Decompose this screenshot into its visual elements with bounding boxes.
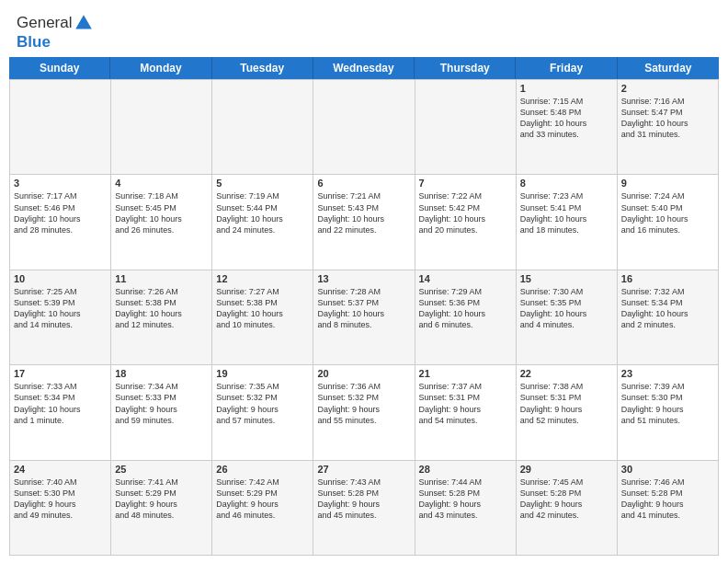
day-info: Sunrise: 7:39 AM Sunset: 5:30 PM Dayligh… — [621, 381, 714, 426]
day-cell-17: 17Sunrise: 7:33 AM Sunset: 5:34 PM Dayli… — [10, 365, 111, 459]
day-cell-1: 1Sunrise: 7:15 AM Sunset: 5:48 PM Daylig… — [517, 80, 618, 174]
day-info: Sunrise: 7:16 AM Sunset: 5:47 PM Dayligh… — [621, 96, 714, 141]
empty-cell-0-4 — [415, 80, 517, 174]
day-info: Sunrise: 7:36 AM Sunset: 5:32 PM Dayligh… — [317, 381, 410, 426]
empty-cell-0-3 — [313, 80, 415, 174]
logo-triangle-icon — [74, 13, 94, 33]
day-info: Sunrise: 7:22 AM Sunset: 5:42 PM Dayligh… — [419, 190, 512, 236]
day-number: 20 — [317, 368, 410, 379]
day-cell-20: 20Sunrise: 7:36 AM Sunset: 5:32 PM Dayli… — [313, 365, 415, 459]
logo: General Blue — [17, 13, 96, 52]
calendar: SundayMondayTuesdayWednesdayThursdayFrid… — [0, 57, 728, 563]
day-cell-8: 8Sunrise: 7:23 AM Sunset: 5:41 PM Daylig… — [517, 175, 618, 269]
calendar-row-2: 10Sunrise: 7:25 AM Sunset: 5:39 PM Dayli… — [9, 270, 719, 364]
day-cell-14: 14Sunrise: 7:29 AM Sunset: 5:36 PM Dayli… — [415, 270, 517, 364]
day-number: 1 — [520, 83, 613, 94]
calendar-row-4: 24Sunrise: 7:40 AM Sunset: 5:30 PM Dayli… — [9, 460, 719, 556]
empty-cell-0-0 — [10, 80, 111, 174]
day-number: 7 — [419, 178, 512, 189]
day-info: Sunrise: 7:26 AM Sunset: 5:38 PM Dayligh… — [115, 286, 208, 331]
day-info: Sunrise: 7:32 AM Sunset: 5:34 PM Dayligh… — [621, 286, 714, 331]
day-cell-22: 22Sunrise: 7:38 AM Sunset: 5:31 PM Dayli… — [517, 365, 618, 459]
day-number: 14 — [419, 273, 512, 284]
day-cell-13: 13Sunrise: 7:28 AM Sunset: 5:37 PM Dayli… — [313, 270, 415, 364]
day-cell-5: 5Sunrise: 7:19 AM Sunset: 5:44 PM Daylig… — [212, 175, 313, 269]
day-info: Sunrise: 7:30 AM Sunset: 5:35 PM Dayligh… — [520, 286, 613, 331]
day-cell-9: 9Sunrise: 7:24 AM Sunset: 5:40 PM Daylig… — [618, 175, 719, 269]
day-number: 15 — [520, 273, 613, 284]
day-number: 23 — [621, 368, 714, 379]
day-info: Sunrise: 7:35 AM Sunset: 5:32 PM Dayligh… — [216, 381, 309, 426]
day-info: Sunrise: 7:25 AM Sunset: 5:39 PM Dayligh… — [14, 286, 107, 331]
day-cell-6: 6Sunrise: 7:21 AM Sunset: 5:43 PM Daylig… — [313, 175, 415, 269]
logo-blue-text: Blue — [17, 33, 51, 52]
day-cell-24: 24Sunrise: 7:40 AM Sunset: 5:30 PM Dayli… — [10, 461, 111, 555]
day-cell-21: 21Sunrise: 7:37 AM Sunset: 5:31 PM Dayli… — [415, 365, 517, 459]
svg-marker-0 — [76, 15, 93, 29]
day-number: 10 — [14, 273, 107, 284]
day-cell-2: 2Sunrise: 7:16 AM Sunset: 5:47 PM Daylig… — [618, 80, 719, 174]
day-cell-30: 30Sunrise: 7:46 AM Sunset: 5:28 PM Dayli… — [618, 461, 719, 555]
day-info: Sunrise: 7:43 AM Sunset: 5:28 PM Dayligh… — [317, 477, 410, 522]
day-number: 26 — [216, 464, 309, 475]
calendar-row-0: 1Sunrise: 7:15 AM Sunset: 5:48 PM Daylig… — [9, 79, 719, 174]
weekday-header-wednesday: Wednesday — [313, 57, 415, 79]
weekday-header-saturday: Saturday — [618, 57, 719, 79]
weekday-header-sunday: Sunday — [9, 57, 110, 79]
day-cell-16: 16Sunrise: 7:32 AM Sunset: 5:34 PM Dayli… — [618, 270, 719, 364]
day-number: 6 — [317, 178, 410, 189]
day-number: 8 — [520, 178, 613, 189]
day-cell-23: 23Sunrise: 7:39 AM Sunset: 5:30 PM Dayli… — [618, 365, 719, 459]
day-info: Sunrise: 7:21 AM Sunset: 5:43 PM Dayligh… — [317, 190, 410, 236]
day-cell-4: 4Sunrise: 7:18 AM Sunset: 5:45 PM Daylig… — [111, 175, 212, 269]
day-info: Sunrise: 7:28 AM Sunset: 5:37 PM Dayligh… — [317, 286, 410, 331]
day-number: 16 — [621, 273, 714, 284]
day-cell-3: 3Sunrise: 7:17 AM Sunset: 5:46 PM Daylig… — [10, 175, 111, 269]
day-cell-29: 29Sunrise: 7:45 AM Sunset: 5:28 PM Dayli… — [517, 461, 618, 555]
logo-general-text: General — [17, 14, 72, 32]
day-info: Sunrise: 7:19 AM Sunset: 5:44 PM Dayligh… — [216, 190, 309, 236]
page: General Blue SundayMondayTuesdayWednesda… — [0, 0, 728, 563]
day-cell-7: 7Sunrise: 7:22 AM Sunset: 5:42 PM Daylig… — [415, 175, 517, 269]
day-info: Sunrise: 7:44 AM Sunset: 5:28 PM Dayligh… — [419, 477, 512, 522]
day-number: 24 — [14, 464, 107, 475]
day-cell-19: 19Sunrise: 7:35 AM Sunset: 5:32 PM Dayli… — [212, 365, 313, 459]
day-cell-27: 27Sunrise: 7:43 AM Sunset: 5:28 PM Dayli… — [313, 461, 415, 555]
day-cell-10: 10Sunrise: 7:25 AM Sunset: 5:39 PM Dayli… — [10, 270, 111, 364]
day-number: 19 — [216, 368, 309, 379]
day-info: Sunrise: 7:38 AM Sunset: 5:31 PM Dayligh… — [520, 381, 613, 426]
day-info: Sunrise: 7:15 AM Sunset: 5:48 PM Dayligh… — [520, 96, 613, 141]
day-cell-15: 15Sunrise: 7:30 AM Sunset: 5:35 PM Dayli… — [517, 270, 618, 364]
day-number: 11 — [115, 273, 208, 284]
day-number: 13 — [317, 273, 410, 284]
empty-cell-0-1 — [111, 80, 212, 174]
day-info: Sunrise: 7:33 AM Sunset: 5:34 PM Dayligh… — [14, 381, 107, 426]
day-cell-12: 12Sunrise: 7:27 AM Sunset: 5:38 PM Dayli… — [212, 270, 313, 364]
day-info: Sunrise: 7:41 AM Sunset: 5:29 PM Dayligh… — [115, 477, 208, 522]
day-number: 21 — [419, 368, 512, 379]
weekday-header-thursday: Thursday — [415, 57, 516, 79]
day-cell-25: 25Sunrise: 7:41 AM Sunset: 5:29 PM Dayli… — [111, 461, 212, 555]
day-number: 5 — [216, 178, 309, 189]
day-info: Sunrise: 7:37 AM Sunset: 5:31 PM Dayligh… — [419, 381, 512, 426]
day-number: 2 — [621, 83, 714, 94]
day-info: Sunrise: 7:24 AM Sunset: 5:40 PM Dayligh… — [621, 190, 714, 236]
day-info: Sunrise: 7:27 AM Sunset: 5:38 PM Dayligh… — [216, 286, 309, 331]
day-number: 3 — [14, 178, 107, 189]
day-number: 22 — [520, 368, 613, 379]
day-number: 30 — [621, 464, 714, 475]
day-info: Sunrise: 7:18 AM Sunset: 5:45 PM Dayligh… — [115, 190, 208, 236]
day-number: 9 — [621, 178, 714, 189]
day-info: Sunrise: 7:17 AM Sunset: 5:46 PM Dayligh… — [14, 190, 107, 236]
calendar-row-1: 3Sunrise: 7:17 AM Sunset: 5:46 PM Daylig… — [9, 174, 719, 269]
calendar-row-3: 17Sunrise: 7:33 AM Sunset: 5:34 PM Dayli… — [9, 364, 719, 459]
day-info: Sunrise: 7:40 AM Sunset: 5:30 PM Dayligh… — [14, 477, 107, 522]
day-number: 27 — [317, 464, 410, 475]
calendar-header: SundayMondayTuesdayWednesdayThursdayFrid… — [9, 57, 719, 79]
day-cell-26: 26Sunrise: 7:42 AM Sunset: 5:29 PM Dayli… — [212, 461, 313, 555]
weekday-header-tuesday: Tuesday — [212, 57, 313, 79]
calendar-body: 1Sunrise: 7:15 AM Sunset: 5:48 PM Daylig… — [9, 79, 719, 556]
day-number: 29 — [520, 464, 613, 475]
day-info: Sunrise: 7:45 AM Sunset: 5:28 PM Dayligh… — [520, 477, 613, 522]
empty-cell-0-2 — [212, 80, 313, 174]
